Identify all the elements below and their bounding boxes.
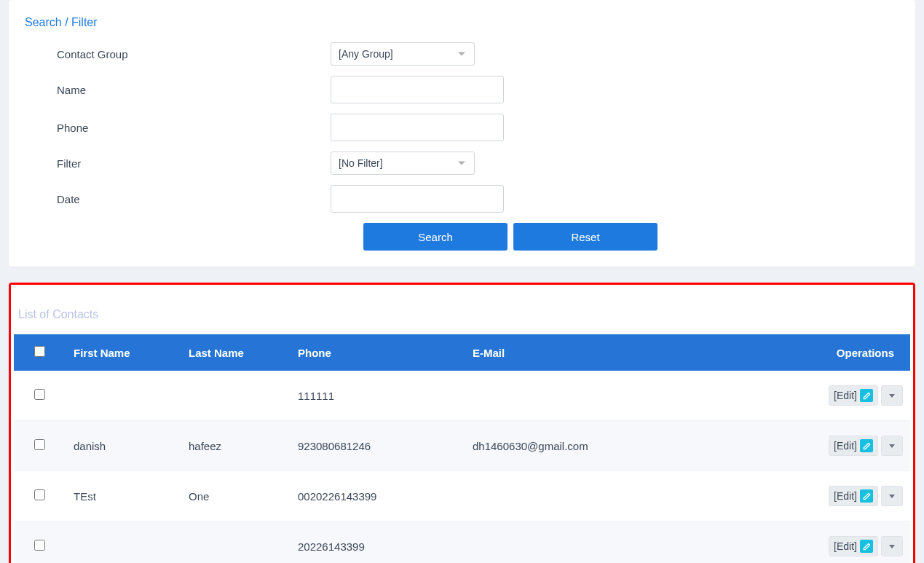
row-checkbox-cell [14,371,65,421]
cell-last-name [180,521,289,564]
search-button[interactable]: Search [363,223,508,251]
cell-operations: [Edit] [794,471,910,521]
ops-group: [Edit] [829,536,903,556]
cell-operations: [Edit] [794,371,910,421]
pencil-icon [860,439,873,452]
ops-group: [Edit] [829,486,903,506]
cell-first-name: danish [65,421,180,471]
row-checkbox-cell [14,471,65,521]
edit-button-label: [Edit] [834,440,857,452]
edit-button[interactable]: [Edit] [829,486,878,506]
chevron-down-icon [889,444,895,448]
row-checkbox[interactable] [34,439,45,450]
cell-email [464,471,794,521]
cell-last-name [180,371,289,421]
edit-button[interactable]: [Edit] [829,436,878,456]
pencil-icon [860,540,873,553]
cell-phone: 0020226143399 [289,471,464,521]
contacts-table: First Name Last Name Phone E-Mail Operat… [14,334,910,563]
filter-select[interactable]: [No Filter] [331,151,475,175]
edit-button[interactable]: [Edit] [829,536,878,556]
label-filter: Filter [25,157,331,170]
reset-button[interactable]: Reset [513,223,658,251]
header-operations: Operations [794,334,910,371]
table-row: 111111[Edit] [14,371,910,421]
row-phone: Phone [25,114,899,141]
row-filter: Filter [No Filter] [25,151,899,175]
row-checkbox-cell [14,521,65,564]
row-menu-button[interactable] [881,486,903,506]
table-row: 20226143399[Edit] [14,521,910,564]
row-checkbox[interactable] [34,389,45,400]
cell-phone: 111111 [289,371,464,421]
header-email: E-Mail [464,334,794,371]
label-date: Date [25,193,331,205]
chevron-down-icon [889,495,895,498]
row-checkbox[interactable] [34,489,45,500]
table-header-row: First Name Last Name Phone E-Mail Operat… [14,334,910,371]
cell-last-name: hafeez [180,421,289,471]
cell-email [464,521,794,564]
ops-group: [Edit] [829,385,903,406]
cell-phone: 923080681246 [289,421,464,471]
edit-button-label: [Edit] [834,540,857,552]
label-name: Name [25,84,331,96]
edit-button-label: [Edit] [834,490,857,502]
row-date: Date [25,185,899,213]
row-menu-button[interactable] [881,436,903,456]
select-all-checkbox[interactable] [34,346,45,357]
row-name: Name [25,76,899,103]
label-contact-group: Contact Group [25,48,331,60]
contacts-card: List of Contacts First Name Last Name Ph… [9,283,915,563]
cell-operations: [Edit] [794,521,910,564]
label-phone: Phone [25,122,331,134]
table-row: danishhafeez923080681246dh1460630@gmail.… [14,421,910,471]
header-checkbox-cell [14,334,65,371]
cell-last-name: One [180,471,289,521]
row-contact-group: Contact Group [Any Group] [25,42,899,66]
contacts-title: List of Contacts [14,308,910,321]
phone-input[interactable] [331,114,504,141]
name-input[interactable] [331,76,504,103]
header-last-name: Last Name [180,334,289,371]
table-row: TEstOne0020226143399[Edit] [14,471,910,521]
date-input[interactable] [331,185,504,213]
cell-first-name: TEst [65,471,180,521]
pencil-icon [860,489,873,503]
cell-email: dh1460630@gmail.com [464,421,794,471]
search-filter-title: Search / Filter [25,16,899,29]
edit-button-label: [Edit] [834,390,857,401]
row-menu-button[interactable] [881,536,903,556]
filter-buttons: Search Reset [363,223,899,251]
row-checkbox-cell [14,421,65,471]
header-phone: Phone [289,334,464,371]
cell-email [464,371,794,421]
contact-group-selected: [Any Group] [339,48,393,60]
chevron-down-icon [889,394,895,398]
search-filter-card: Search / Filter Contact Group [Any Group… [9,0,915,267]
cell-operations: [Edit] [794,421,910,471]
filter-selected: [No Filter] [339,157,383,169]
cell-first-name [65,521,180,564]
ops-group: [Edit] [829,436,903,456]
header-first-name: First Name [65,334,180,371]
chevron-down-icon [458,162,465,165]
cell-phone: 20226143399 [289,521,464,564]
edit-button[interactable]: [Edit] [829,385,878,406]
contact-group-select[interactable]: [Any Group] [331,42,475,66]
chevron-down-icon [458,52,465,56]
row-menu-button[interactable] [881,385,903,406]
pencil-icon [860,389,873,402]
cell-first-name [65,371,180,421]
chevron-down-icon [889,545,895,548]
row-checkbox[interactable] [34,540,45,551]
